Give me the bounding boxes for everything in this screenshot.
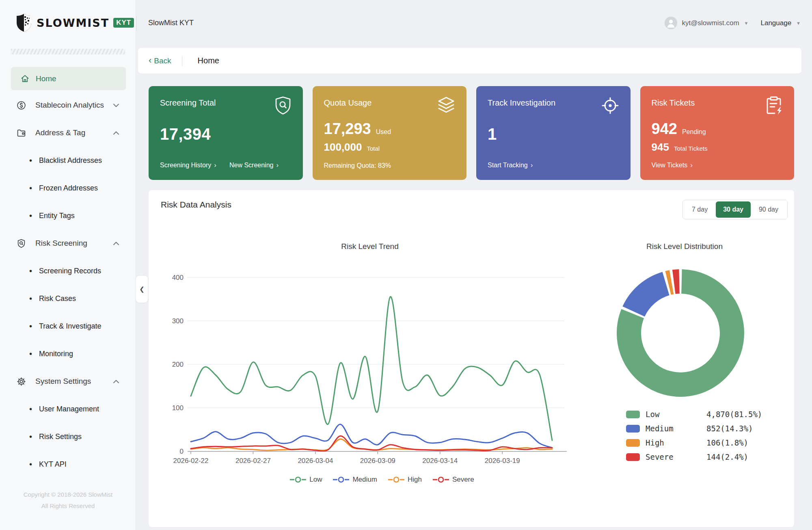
quota-used-label: Used (376, 128, 391, 135)
trend-chart-legend: LowMediumHighSevere (165, 476, 599, 484)
quota-total: 100,000Total (324, 141, 380, 154)
sidebar-subitem-label: Screening Records (39, 267, 101, 275)
target-icon (600, 96, 620, 115)
svg-text:400: 400 (172, 274, 184, 281)
legend-label: Severe (646, 452, 706, 461)
legend-label: Medium (352, 476, 377, 484)
series-line-medium (191, 424, 552, 448)
sidebar-item-kyt-api[interactable]: • KYT API (0, 450, 136, 478)
sidebar-subitem-label: Risk Cases (39, 294, 76, 303)
quota-total-value: 100,000 (324, 141, 362, 153)
donut-slice-high[interactable] (668, 282, 672, 283)
bullet-icon: • (29, 184, 32, 192)
card-title: Risk Tickets (652, 98, 783, 108)
card-title: Track Investigation (488, 98, 619, 108)
card-risk-tickets[interactable]: Risk Tickets 942Pending 945Total Tickets… (640, 86, 795, 180)
legend-item-severe[interactable]: Severe (433, 476, 474, 484)
sidebar-nav: Stablecoin Analytics Address & Tag • Bla… (0, 91, 136, 478)
risk-level-trend-chart[interactable]: 01002003004002026-02-222026-02-272026-03… (165, 259, 599, 468)
legend-value: 106(1.8%) (706, 438, 748, 447)
copyright-line1: Copyright © 2018-2026 SlowMist (0, 489, 136, 500)
legend-marker-icon (333, 476, 349, 483)
bullet-icon: • (29, 350, 32, 358)
distribution-legend-item-high[interactable]: High106(1.8%) (626, 438, 762, 447)
bullet-icon: • (29, 322, 32, 330)
range-7day-button[interactable]: 7 day (685, 201, 715, 218)
sidebar-item-risk-cases[interactable]: • Risk Cases (0, 285, 136, 312)
link-label: View Tickets (652, 162, 688, 169)
range-30day-button[interactable]: 30 day (716, 201, 751, 218)
legend-label: High (646, 438, 706, 447)
sidebar-item-frozen-addresses[interactable]: • Frozen Addresses (0, 174, 136, 202)
view-tickets-link[interactable]: View Tickets › (652, 161, 693, 169)
card-quota-usage[interactable]: Quota Usage 17,293Used 100,000Total Rema… (313, 86, 467, 180)
sidebar-divider-hatch (11, 49, 125, 54)
chevron-down-icon (113, 104, 119, 107)
copyright-line2: All Rights Reserved (0, 500, 136, 512)
svg-text:200: 200 (172, 361, 184, 368)
distribution-legend-item-severe[interactable]: Severe144(2.4%) (626, 452, 762, 461)
legend-value: 852(14.3%) (706, 424, 753, 433)
sidebar-item-screening-records[interactable]: • Screening Records (0, 257, 136, 285)
bullet-icon: • (29, 156, 32, 164)
legend-item-medium[interactable]: Medium (333, 476, 377, 484)
card-title: Quota Usage (324, 98, 456, 108)
svg-text:2026-03-04: 2026-03-04 (298, 457, 333, 465)
donut-slice-medium[interactable] (634, 283, 666, 312)
copyright: Copyright © 2018-2026 SlowMist All Right… (0, 489, 136, 512)
card-screening-total[interactable]: Screening Total 17,394 Screening History… (149, 86, 303, 180)
sidebar-collapse-handle[interactable]: ❮ (136, 275, 148, 303)
total-tickets-value: 945 (652, 141, 669, 153)
new-screening-link[interactable]: New Screening › (229, 161, 279, 169)
chevron-left-icon: ‹ (149, 56, 151, 65)
legend-item-low[interactable]: Low (290, 476, 322, 484)
pending-label: Pending (682, 128, 706, 135)
sidebar-subitem-label: Blacklist Addresses (39, 156, 102, 165)
sidebar-item-monitoring[interactable]: • Monitoring (0, 340, 136, 368)
sidebar-item-entity-tags[interactable]: • Entity Tags (0, 202, 136, 229)
card-track-investigation[interactable]: Track Investigation 1 Start Tracking › (476, 86, 631, 180)
sidebar-item-user-management[interactable]: • User Management (0, 395, 136, 423)
sidebar-item-risk-settings[interactable]: • Risk Settings (0, 423, 136, 450)
shield-search-icon (274, 96, 292, 115)
sidebar-subitem-label: User Management (39, 405, 99, 413)
sidebar-item-home[interactable]: Home (11, 67, 126, 90)
sidebar-subitem-label: Track & Investigate (39, 322, 101, 331)
top-bar: SlowMist KYT kyt@slowmist.com ▼ Language… (136, 0, 812, 46)
sidebar-item-track-investigate[interactable]: • Track & Investigate (0, 312, 136, 340)
breadcrumb: ‹ Back Home (138, 48, 801, 74)
legend-item-high[interactable]: High (388, 476, 422, 484)
distribution-legend-item-low[interactable]: Low4,870(81.5%) (626, 410, 762, 419)
brand-logo[interactable]: SLOWMIST KYT (15, 11, 134, 34)
sidebar-item-stablecoin-analytics[interactable]: Stablecoin Analytics (0, 91, 136, 119)
avatar[interactable] (665, 17, 677, 29)
sidebar-subitem-label: Frozen Addresses (39, 184, 98, 193)
sidebar-item-address-tag[interactable]: Address & Tag (0, 119, 136, 147)
remaining-quota: Remaining Quota: 83% (324, 162, 391, 169)
svg-text:0: 0 (180, 448, 184, 455)
legend-swatch-icon (626, 411, 640, 418)
distribution-legend: Low4,870(81.5%)Medium852(14.3%)High106(1… (626, 410, 762, 461)
link-label: Screening History (160, 162, 211, 169)
user-email-menu[interactable]: kyt@slowmist.com (682, 19, 739, 27)
risk-level-distribution-chart[interactable] (611, 264, 749, 402)
sidebar-subitem-label: Risk Settings (39, 433, 82, 441)
range-90day-button[interactable]: 90 day (752, 201, 786, 218)
bullet-icon: • (29, 460, 32, 468)
pending-value: 942 (652, 120, 677, 137)
donut-slice-severe[interactable] (674, 281, 679, 282)
trend-chart-title: Risk Level Trend (149, 242, 591, 251)
distribution-legend-item-medium[interactable]: Medium852(14.3%) (626, 424, 762, 433)
sidebar-item-system-settings[interactable]: System Settings (0, 368, 136, 395)
legend-marker-icon (388, 476, 404, 483)
language-menu[interactable]: Language (760, 19, 791, 27)
series-line-low (191, 297, 552, 441)
start-tracking-link[interactable]: Start Tracking › (488, 161, 533, 169)
breadcrumb-divider (182, 56, 182, 66)
bullet-icon: • (29, 212, 32, 220)
back-button[interactable]: ‹ Back (149, 56, 171, 65)
coin-icon (16, 100, 26, 110)
sidebar-item-blacklist-addresses[interactable]: • Blacklist Addresses (0, 147, 136, 174)
sidebar-item-risk-screening[interactable]: Risk Screening (0, 229, 136, 257)
screening-history-link[interactable]: Screening History › (160, 161, 216, 169)
